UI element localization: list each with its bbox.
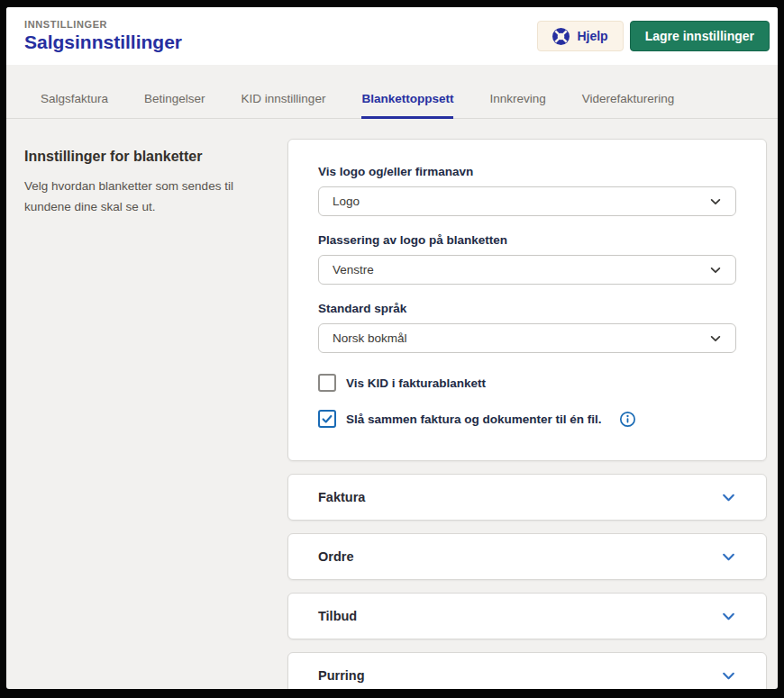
help-button[interactable]: Hjelp bbox=[537, 21, 623, 51]
merge-invoice-checkbox-row: Slå sammen faktura og dokumenter til én … bbox=[318, 410, 736, 428]
show-kid-label: Vis KID i fakturablankett bbox=[346, 376, 486, 390]
default-language-select[interactable]: Norsk bokmål bbox=[318, 323, 736, 353]
save-button-label: Lagre innstillinger bbox=[645, 29, 754, 43]
logo-display-value: Logo bbox=[333, 195, 360, 208]
merge-invoice-checkbox[interactable] bbox=[318, 410, 336, 428]
app-window: INNSTILLINGER Salgsinnstillinger Hjelp bbox=[6, 7, 778, 689]
logo-display-label: Vis logo og/eller firmanavn bbox=[318, 165, 736, 178]
header-titles: INNSTILLINGER Salgsinnstillinger bbox=[24, 19, 182, 53]
default-language-label: Standard språk bbox=[318, 302, 736, 315]
page-header: INNSTILLINGER Salgsinnstillinger Hjelp bbox=[6, 7, 778, 65]
accordion-purring[interactable]: Purring bbox=[287, 652, 767, 689]
show-kid-checkbox[interactable] bbox=[318, 374, 336, 392]
help-button-label: Hjelp bbox=[577, 29, 607, 43]
chevron-down-icon bbox=[721, 549, 736, 565]
checkmark-icon bbox=[321, 412, 333, 425]
settings-column: Vis logo og/eller firmanavn Logo Plasser… bbox=[287, 139, 767, 689]
tab-viderefakturering[interactable]: Viderefakturering bbox=[582, 92, 675, 119]
breadcrumb: INNSTILLINGER bbox=[24, 19, 182, 30]
section-heading: Innstillinger for blanketter bbox=[24, 149, 287, 165]
default-language-value: Norsk bokmål bbox=[333, 331, 407, 345]
merge-invoice-label: Slå sammen faktura og dokumenter til én … bbox=[346, 412, 602, 426]
accordion-tilbud-title: Tilbud bbox=[318, 609, 357, 623]
logo-position-label: Plassering av logo på blanketten bbox=[318, 233, 736, 247]
content-area: Innstillinger for blanketter Velg hvorda… bbox=[6, 119, 778, 689]
logo-position-select[interactable]: Venstre bbox=[318, 255, 736, 285]
merge-invoice-info[interactable] bbox=[619, 411, 636, 428]
accordion-faktura[interactable]: Faktura bbox=[287, 474, 767, 521]
info-icon bbox=[619, 411, 636, 428]
chevron-down-icon bbox=[709, 332, 722, 345]
accordion-ordre-title: Ordre bbox=[318, 549, 354, 564]
accordion-tilbud[interactable]: Tilbud bbox=[287, 593, 767, 639]
header-actions: Hjelp Lagre innstillinger bbox=[537, 21, 770, 51]
accordion-purring-title: Purring bbox=[318, 668, 365, 683]
chevron-down-icon bbox=[721, 609, 736, 624]
chevron-down-icon bbox=[721, 668, 736, 684]
chevron-down-icon bbox=[721, 490, 736, 505]
section-description: Velg hvordan blanketter som sendes til k… bbox=[24, 177, 250, 218]
tab-betingelser[interactable]: Betingelser bbox=[144, 92, 205, 119]
blanket-settings-card: Vis logo og/eller firmanavn Logo Plasser… bbox=[287, 139, 767, 461]
chevron-down-icon bbox=[709, 264, 722, 276]
logo-position-value: Venstre bbox=[333, 263, 374, 276]
help-buoy-icon bbox=[552, 28, 570, 45]
page-title: Salgsinnstillinger bbox=[24, 32, 182, 53]
logo-display-select[interactable]: Logo bbox=[318, 186, 736, 216]
tab-innkreving[interactable]: Innkreving bbox=[489, 92, 545, 119]
tab-salgsfaktura[interactable]: Salgsfaktura bbox=[41, 92, 108, 119]
show-kid-checkbox-row: Vis KID i fakturablankett bbox=[318, 374, 736, 392]
settings-tabbar: Salgsfaktura Betingelser KID innstilling… bbox=[6, 92, 778, 119]
section-intro: Innstillinger for blanketter Velg hvorda… bbox=[24, 139, 287, 689]
chevron-down-icon bbox=[709, 195, 722, 208]
tab-kid-innstillinger[interactable]: KID innstillinger bbox=[242, 92, 326, 119]
tab-blankettoppsett[interactable]: Blankettoppsett bbox=[361, 92, 453, 119]
accordion-ordre[interactable]: Ordre bbox=[287, 533, 767, 580]
accordion-faktura-title: Faktura bbox=[318, 490, 365, 504]
save-settings-button[interactable]: Lagre innstillinger bbox=[630, 21, 770, 51]
